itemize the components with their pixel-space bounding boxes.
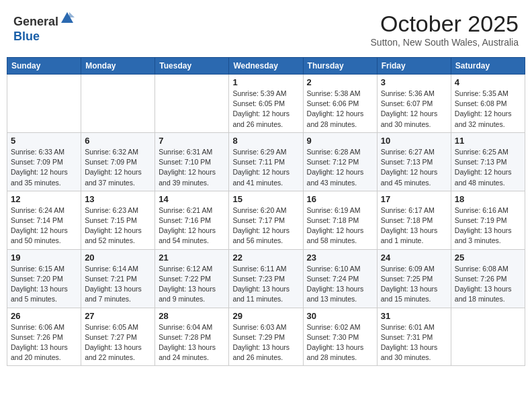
- day-number: 5: [11, 136, 77, 146]
- day-number: 8: [232, 136, 299, 146]
- calendar-cell: 28Sunrise: 6:04 AM Sunset: 7:28 PM Dayli…: [155, 308, 229, 366]
- day-number: 7: [159, 136, 225, 146]
- logo-general: General: [13, 15, 58, 28]
- day-info: Sunrise: 6:03 AM Sunset: 7:29 PM Dayligh…: [232, 322, 299, 363]
- calendar-cell: 4Sunrise: 5:35 AM Sunset: 6:08 PM Daylig…: [451, 75, 525, 133]
- day-info: Sunrise: 5:38 AM Sunset: 6:06 PM Dayligh…: [307, 89, 373, 130]
- day-number: 9: [307, 136, 373, 146]
- day-info: Sunrise: 6:32 AM Sunset: 7:09 PM Dayligh…: [85, 147, 151, 188]
- svg-marker-1: [69, 12, 75, 17]
- calendar-header-friday: Friday: [377, 58, 451, 75]
- calendar-cell: 11Sunrise: 6:25 AM Sunset: 7:13 PM Dayli…: [451, 132, 525, 191]
- day-number: 31: [381, 311, 447, 321]
- day-number: 20: [85, 253, 151, 263]
- day-info: Sunrise: 6:06 AM Sunset: 7:26 PM Dayligh…: [11, 322, 77, 363]
- calendar-cell: 12Sunrise: 6:24 AM Sunset: 7:14 PM Dayli…: [7, 191, 81, 249]
- calendar-cell: 3Sunrise: 5:36 AM Sunset: 6:07 PM Daylig…: [377, 75, 451, 133]
- day-number: 14: [159, 194, 225, 204]
- day-info: Sunrise: 6:20 AM Sunset: 7:17 PM Dayligh…: [232, 205, 299, 246]
- day-info: Sunrise: 5:39 AM Sunset: 6:05 PM Dayligh…: [232, 89, 299, 130]
- calendar-week-row: 26Sunrise: 6:06 AM Sunset: 7:26 PM Dayli…: [7, 308, 525, 366]
- calendar-header-thursday: Thursday: [303, 58, 377, 75]
- calendar-cell: 17Sunrise: 6:17 AM Sunset: 7:18 PM Dayli…: [377, 191, 451, 249]
- day-number: 3: [381, 77, 447, 87]
- calendar-cell: 15Sunrise: 6:20 AM Sunset: 7:17 PM Dayli…: [229, 191, 303, 249]
- calendar-header-monday: Monday: [81, 58, 155, 75]
- calendar-cell: [7, 75, 81, 133]
- day-number: 2: [307, 77, 373, 87]
- day-number: 22: [232, 253, 299, 263]
- day-number: 25: [455, 253, 521, 263]
- logo-icon: [60, 11, 75, 26]
- calendar-cell: 29Sunrise: 6:03 AM Sunset: 7:29 PM Dayli…: [229, 308, 303, 366]
- calendar-cell: 19Sunrise: 6:15 AM Sunset: 7:20 PM Dayli…: [7, 249, 81, 308]
- day-number: 11: [455, 136, 521, 146]
- calendar-header-saturday: Saturday: [451, 58, 525, 75]
- month-title: October 2025: [371, 11, 519, 37]
- day-number: 23: [307, 253, 373, 263]
- calendar-cell: 30Sunrise: 6:02 AM Sunset: 7:30 PM Dayli…: [303, 308, 377, 366]
- calendar-cell: 20Sunrise: 6:14 AM Sunset: 7:21 PM Dayli…: [81, 249, 155, 308]
- calendar-week-row: 19Sunrise: 6:15 AM Sunset: 7:20 PM Dayli…: [7, 249, 525, 308]
- title-block: October 2025 Sutton, New South Wales, Au…: [371, 11, 519, 48]
- day-info: Sunrise: 5:35 AM Sunset: 6:08 PM Dayligh…: [455, 89, 521, 130]
- day-info: Sunrise: 6:05 AM Sunset: 7:27 PM Dayligh…: [85, 322, 151, 363]
- calendar-header-wednesday: Wednesday: [229, 58, 303, 75]
- day-info: Sunrise: 6:25 AM Sunset: 7:13 PM Dayligh…: [455, 147, 521, 188]
- day-number: 24: [381, 253, 447, 263]
- day-number: 27: [85, 311, 151, 321]
- day-number: 17: [381, 194, 447, 204]
- calendar-cell: 5Sunrise: 6:33 AM Sunset: 7:09 PM Daylig…: [7, 132, 81, 191]
- day-info: Sunrise: 6:24 AM Sunset: 7:14 PM Dayligh…: [11, 205, 77, 246]
- day-number: 6: [85, 136, 151, 146]
- calendar-cell: 14Sunrise: 6:21 AM Sunset: 7:16 PM Dayli…: [155, 191, 229, 249]
- day-info: Sunrise: 6:31 AM Sunset: 7:10 PM Dayligh…: [159, 147, 225, 188]
- day-number: 10: [381, 136, 447, 146]
- day-number: 26: [11, 311, 77, 321]
- day-info: Sunrise: 5:36 AM Sunset: 6:07 PM Dayligh…: [381, 89, 447, 130]
- day-number: 1: [232, 77, 299, 87]
- day-number: 19: [11, 253, 77, 263]
- calendar-cell: 31Sunrise: 6:01 AM Sunset: 7:31 PM Dayli…: [377, 308, 451, 366]
- calendar-cell: [451, 308, 525, 366]
- calendar-cell: 25Sunrise: 6:08 AM Sunset: 7:26 PM Dayli…: [451, 249, 525, 308]
- day-info: Sunrise: 6:04 AM Sunset: 7:28 PM Dayligh…: [159, 322, 225, 363]
- calendar-cell: 27Sunrise: 6:05 AM Sunset: 7:27 PM Dayli…: [81, 308, 155, 366]
- day-number: 16: [307, 194, 373, 204]
- calendar-cell: [81, 75, 155, 133]
- day-number: 4: [455, 77, 521, 87]
- day-info: Sunrise: 6:02 AM Sunset: 7:30 PM Dayligh…: [307, 322, 373, 363]
- day-info: Sunrise: 6:15 AM Sunset: 7:20 PM Dayligh…: [11, 264, 77, 305]
- calendar-cell: 10Sunrise: 6:27 AM Sunset: 7:13 PM Dayli…: [377, 132, 451, 191]
- day-info: Sunrise: 6:08 AM Sunset: 7:26 PM Dayligh…: [455, 264, 521, 305]
- calendar-cell: 7Sunrise: 6:31 AM Sunset: 7:10 PM Daylig…: [155, 132, 229, 191]
- calendar-cell: 8Sunrise: 6:29 AM Sunset: 7:11 PM Daylig…: [229, 132, 303, 191]
- day-info: Sunrise: 6:01 AM Sunset: 7:31 PM Dayligh…: [381, 322, 447, 363]
- day-info: Sunrise: 6:28 AM Sunset: 7:12 PM Dayligh…: [307, 147, 373, 188]
- day-number: 30: [307, 311, 373, 321]
- day-number: 15: [232, 194, 299, 204]
- day-number: 12: [11, 194, 77, 204]
- day-info: Sunrise: 6:09 AM Sunset: 7:25 PM Dayligh…: [381, 264, 447, 305]
- day-info: Sunrise: 6:27 AM Sunset: 7:13 PM Dayligh…: [381, 147, 447, 188]
- day-info: Sunrise: 6:19 AM Sunset: 7:18 PM Dayligh…: [307, 205, 373, 246]
- calendar-cell: 2Sunrise: 5:38 AM Sunset: 6:06 PM Daylig…: [303, 75, 377, 133]
- day-number: 29: [232, 311, 299, 321]
- day-number: 21: [159, 253, 225, 263]
- calendar-cell: 24Sunrise: 6:09 AM Sunset: 7:25 PM Dayli…: [377, 249, 451, 308]
- page-header: General Blue October 2025 Sutton, New So…: [7, 7, 525, 52]
- day-info: Sunrise: 6:16 AM Sunset: 7:19 PM Dayligh…: [455, 205, 521, 246]
- calendar-cell: 21Sunrise: 6:12 AM Sunset: 7:22 PM Dayli…: [155, 249, 229, 308]
- day-info: Sunrise: 6:29 AM Sunset: 7:11 PM Dayligh…: [232, 147, 299, 188]
- calendar-header-sunday: Sunday: [7, 58, 81, 75]
- day-number: 13: [85, 194, 151, 204]
- calendar-cell: 9Sunrise: 6:28 AM Sunset: 7:12 PM Daylig…: [303, 132, 377, 191]
- calendar-cell: 18Sunrise: 6:16 AM Sunset: 7:19 PM Dayli…: [451, 191, 525, 249]
- calendar-cell: 23Sunrise: 6:10 AM Sunset: 7:24 PM Dayli…: [303, 249, 377, 308]
- day-info: Sunrise: 6:12 AM Sunset: 7:22 PM Dayligh…: [159, 264, 225, 305]
- day-info: Sunrise: 6:17 AM Sunset: 7:18 PM Dayligh…: [381, 205, 447, 246]
- day-number: 18: [455, 194, 521, 204]
- day-info: Sunrise: 6:23 AM Sunset: 7:15 PM Dayligh…: [85, 205, 151, 246]
- calendar-cell: 1Sunrise: 5:39 AM Sunset: 6:05 PM Daylig…: [229, 75, 303, 133]
- day-info: Sunrise: 6:21 AM Sunset: 7:16 PM Dayligh…: [159, 205, 225, 246]
